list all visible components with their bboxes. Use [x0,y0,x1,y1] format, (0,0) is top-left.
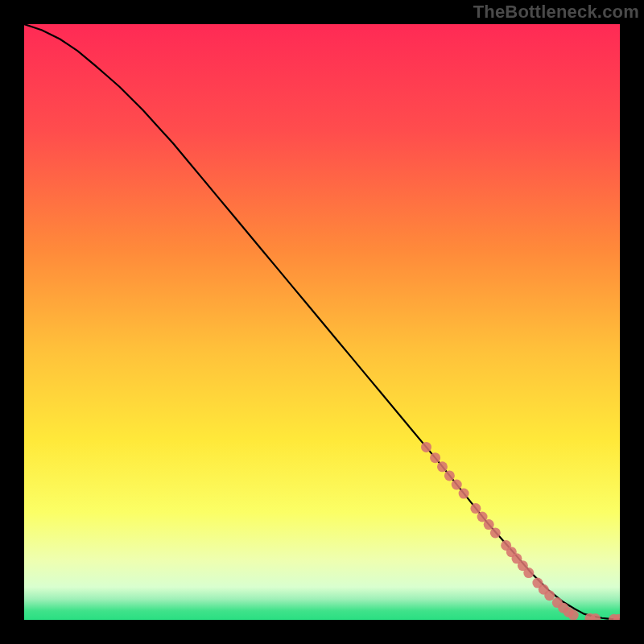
plot-area [24,24,620,620]
data-point [437,461,448,472]
plot-svg [24,24,620,620]
data-point [568,610,579,620]
chart-frame: TheBottleneck.com [0,0,644,644]
data-point [523,568,534,578]
data-point [421,442,431,452]
data-point [430,452,440,463]
data-point [544,590,555,601]
data-point [459,489,469,499]
data-point [490,527,501,538]
watermark-label: TheBottleneck.com [473,2,639,23]
data-point [484,519,494,530]
data-point [452,480,462,490]
data-point [470,503,481,514]
data-point [444,470,455,481]
